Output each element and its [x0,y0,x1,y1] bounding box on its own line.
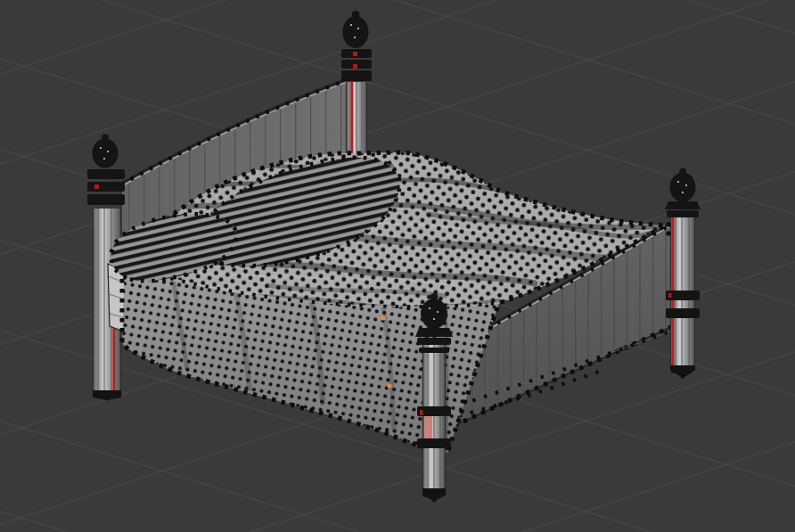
post-left-ring [87,182,125,192]
post-front-neck-ring [417,338,451,345]
viewport-canvas[interactable] [0,0,795,532]
post-back-finial-tip [352,11,360,18]
post-right-seam-tick [668,293,672,298]
post-right-finial-tip [679,168,686,175]
post-back-seam-tick [353,64,357,69]
post-right-flare [665,201,701,209]
post-left-seam-tick [94,184,99,189]
post-left-ring [87,169,125,179]
post-left-finial [93,139,119,168]
selected-face[interactable] [424,416,432,438]
post-right-ring [666,308,700,318]
post-left-ring [87,194,125,205]
post-left-finial-tip [102,135,109,141]
selected-vertex[interactable] [381,315,385,320]
post-front-flare [415,328,453,337]
post-back-seam-tick [353,52,357,56]
viewport-3d[interactable] [0,0,795,532]
selected-vertex[interactable] [387,383,391,388]
post-right-neck-ring [667,210,699,217]
post-front-seam-tick [420,410,423,415]
post-front-ring [419,348,449,353]
post-front-finial [421,299,447,329]
post-back[interactable] [341,11,372,164]
post-right-finial [670,173,696,202]
post-front-finial-tip [430,293,438,300]
post-front-ring [417,438,451,448]
post-back-finial [343,16,369,48]
post-back-ring [341,70,372,81]
